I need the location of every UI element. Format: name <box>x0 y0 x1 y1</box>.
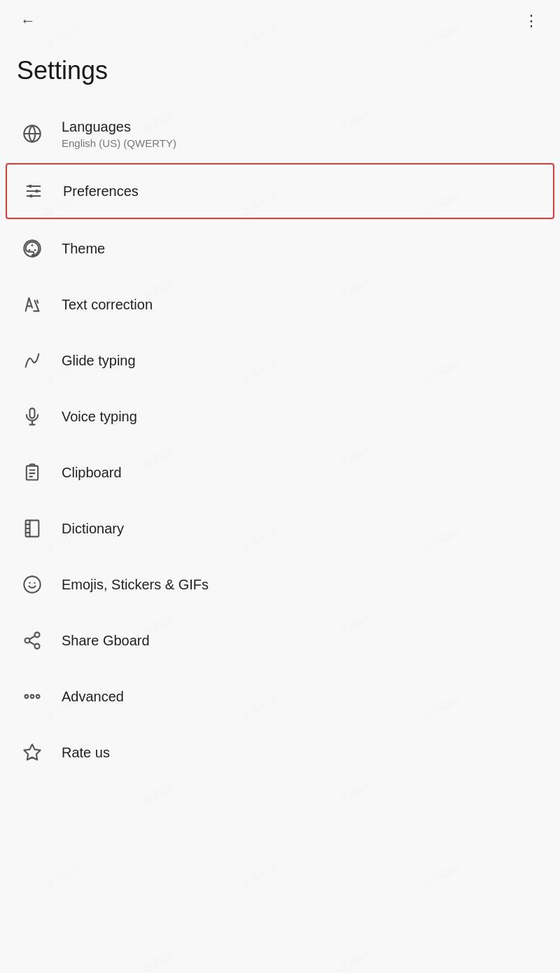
settings-item-theme[interactable]: Theme <box>0 220 560 276</box>
languages-label: Languages <box>62 119 131 134</box>
text-correction-label: Text correction <box>62 297 153 312</box>
page-title: Settings <box>0 42 560 105</box>
preferences-label: Preferences <box>63 183 139 199</box>
glide-typing-label: Glide typing <box>62 353 136 368</box>
clipboard-icon <box>17 457 48 488</box>
glide-icon <box>17 345 48 376</box>
more-dots-icon: ⋮ <box>524 12 540 30</box>
svg-point-7 <box>24 240 40 256</box>
settings-item-dictionary[interactable]: Dictionary <box>0 500 560 556</box>
settings-item-share-gboard[interactable]: Share Gboard <box>0 612 560 668</box>
languages-sublabel: English (US) (QWERTY) <box>62 137 543 149</box>
svg-line-29 <box>29 642 35 645</box>
settings-item-clipboard[interactable]: Clipboard <box>0 444 560 500</box>
settings-item-emojis[interactable]: Emojis, Stickers & GIFs <box>0 556 560 612</box>
dictionary-label: Dictionary <box>62 521 124 536</box>
text-correction-icon <box>17 289 48 320</box>
rate-us-label: Rate us <box>62 745 110 760</box>
svg-point-23 <box>24 576 40 592</box>
settings-list: LanguagesEnglish (US) (QWERTY) Preferenc… <box>0 105 560 780</box>
star-icon <box>17 737 48 768</box>
svg-point-33 <box>36 695 40 699</box>
svg-point-24 <box>29 582 30 584</box>
back-arrow-icon: ← <box>20 12 36 30</box>
settings-item-preferences[interactable]: Preferences <box>6 163 554 219</box>
settings-item-voice-typing[interactable]: Voice typing <box>0 388 560 444</box>
svg-point-25 <box>34 582 35 584</box>
settings-item-advanced[interactable]: Advanced <box>0 668 560 724</box>
svg-point-5 <box>35 190 38 193</box>
theme-label: Theme <box>62 241 105 256</box>
palette-icon <box>17 233 48 264</box>
svg-point-9 <box>31 244 34 246</box>
svg-point-10 <box>34 249 36 251</box>
voice-typing-label: Voice typing <box>62 409 137 424</box>
globe-icon <box>17 118 48 149</box>
settings-item-glide-typing[interactable]: Glide typing <box>0 332 560 388</box>
settings-item-languages[interactable]: LanguagesEnglish (US) (QWERTY) <box>0 105 560 162</box>
advanced-label: Advanced <box>62 689 124 704</box>
svg-line-30 <box>29 636 35 640</box>
share-icon <box>17 625 48 656</box>
svg-point-8 <box>29 249 31 251</box>
svg-rect-11 <box>30 408 35 418</box>
share-gboard-label: Share Gboard <box>62 633 150 648</box>
clipboard-label: Clipboard <box>62 465 122 480</box>
emojis-label: Emojis, Stickers & GIFs <box>62 577 209 592</box>
settings-item-rate-us[interactable]: Rate us <box>0 724 560 780</box>
svg-point-4 <box>29 185 32 188</box>
more-horiz-icon <box>17 681 48 712</box>
back-button[interactable]: ← <box>14 7 42 35</box>
emoji-icon <box>17 569 48 600</box>
svg-point-32 <box>31 695 34 699</box>
svg-point-31 <box>25 695 29 699</box>
settings-item-text-correction[interactable]: Text correction <box>0 276 560 332</box>
sliders-icon <box>18 176 49 206</box>
top-bar: ← ⋮ <box>0 0 560 42</box>
more-options-button[interactable]: ⋮ <box>518 7 546 35</box>
dictionary-icon <box>17 513 48 544</box>
svg-point-6 <box>29 195 33 198</box>
mic-icon <box>17 401 48 432</box>
